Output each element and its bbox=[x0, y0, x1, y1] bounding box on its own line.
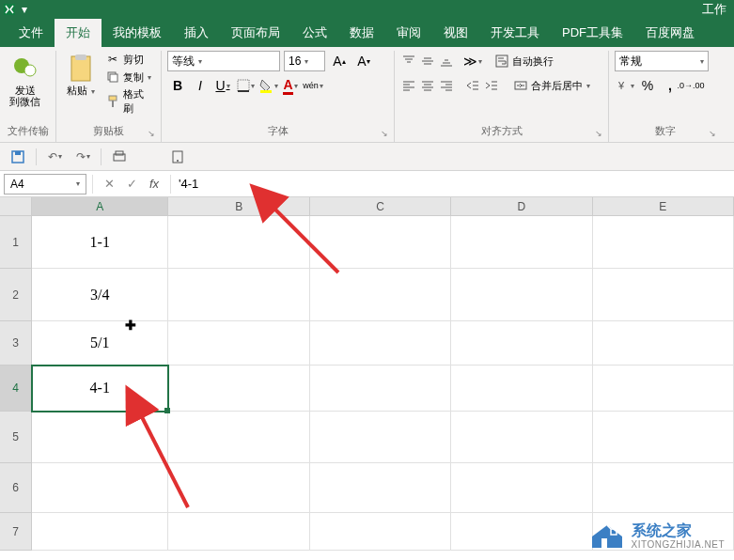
cell-D3[interactable] bbox=[451, 321, 592, 366]
autosave-icon[interactable]: ▾ bbox=[19, 4, 30, 15]
row-header-1[interactable]: 1 bbox=[0, 216, 32, 269]
cell-E4[interactable] bbox=[593, 366, 734, 412]
orientation-button[interactable]: ≫▾ bbox=[464, 51, 481, 71]
tab-file[interactable]: 文件 bbox=[8, 19, 55, 47]
cell-B7[interactable] bbox=[168, 513, 309, 551]
increase-indent-button[interactable] bbox=[483, 75, 500, 96]
cell-B6[interactable] bbox=[168, 463, 309, 513]
cell-B5[interactable] bbox=[168, 412, 309, 463]
cell-A6[interactable] bbox=[32, 463, 168, 513]
align-left-button[interactable] bbox=[400, 75, 417, 96]
accounting-format-button[interactable]: ¥▾ bbox=[615, 75, 635, 96]
align-center-button[interactable] bbox=[419, 75, 436, 96]
phonetic-button[interactable]: wén▾ bbox=[303, 75, 323, 96]
cell-C3[interactable] bbox=[310, 321, 451, 366]
paste-button[interactable]: 粘贴 ▾ bbox=[62, 51, 100, 99]
cancel-formula-button[interactable]: ✕ bbox=[99, 174, 119, 194]
cell-C4[interactable] bbox=[310, 366, 451, 412]
number-dialog-launcher[interactable]: ↘ bbox=[709, 129, 716, 138]
cell-B4[interactable] bbox=[168, 366, 309, 412]
cell-C1[interactable] bbox=[310, 216, 451, 269]
send-to-wechat-button[interactable]: 发送 到微信 bbox=[6, 51, 44, 109]
cell-C7[interactable] bbox=[310, 513, 451, 551]
align-top-button[interactable] bbox=[400, 51, 417, 71]
tab-data[interactable]: 数据 bbox=[338, 19, 385, 47]
tab-pdf-tools[interactable]: PDF工具集 bbox=[551, 19, 634, 47]
cell-C5[interactable] bbox=[310, 412, 451, 463]
format-painter-button[interactable]: 格式刷 bbox=[103, 86, 155, 117]
align-bottom-button[interactable] bbox=[438, 51, 455, 71]
italic-button[interactable]: I bbox=[190, 75, 211, 96]
accept-formula-button[interactable]: ✓ bbox=[121, 174, 142, 194]
row-header-2[interactable]: 2 bbox=[0, 269, 32, 321]
decrease-indent-button[interactable] bbox=[464, 75, 481, 96]
col-header-A[interactable]: A bbox=[32, 197, 168, 216]
percent-button[interactable]: % bbox=[637, 75, 658, 96]
row-header-4[interactable]: 4 bbox=[0, 366, 32, 412]
tab-developer[interactable]: 开发工具 bbox=[479, 19, 551, 47]
cell-C2[interactable] bbox=[310, 269, 451, 321]
number-format-combo[interactable]: 常规▾ bbox=[615, 51, 709, 71]
align-right-button[interactable] bbox=[438, 75, 455, 96]
font-dialog-launcher[interactable]: ↘ bbox=[381, 129, 388, 138]
wrap-text-button[interactable]: 自动换行 bbox=[492, 53, 555, 70]
font-name-combo[interactable]: 等线▾ bbox=[167, 51, 280, 71]
tab-page-layout[interactable]: 页面布局 bbox=[220, 19, 291, 47]
cell-C6[interactable] bbox=[310, 463, 451, 513]
cell-A7[interactable] bbox=[32, 513, 168, 551]
tab-review[interactable]: 审阅 bbox=[385, 19, 432, 47]
name-box[interactable]: A4 ▾ bbox=[4, 174, 86, 194]
cell-D6[interactable] bbox=[451, 463, 592, 513]
cell-B3[interactable] bbox=[168, 321, 309, 366]
save-button[interactable] bbox=[8, 147, 28, 167]
font-size-combo[interactable]: 16▾ bbox=[284, 51, 325, 71]
cell-B2[interactable] bbox=[168, 269, 309, 321]
increase-font-button[interactable]: A▴ bbox=[329, 51, 350, 71]
clipboard-dialog-launcher[interactable]: ↘ bbox=[148, 129, 155, 138]
decrease-font-button[interactable]: A▾ bbox=[353, 51, 374, 71]
cell-D1[interactable] bbox=[451, 216, 592, 269]
cell-E5[interactable] bbox=[593, 412, 734, 463]
row-header-7[interactable]: 7 bbox=[0, 513, 32, 551]
cell-A3[interactable]: 5/1 bbox=[32, 321, 168, 366]
touch-mode-button[interactable] bbox=[167, 147, 188, 167]
merge-center-button[interactable]: 合并后居中 ▾ bbox=[511, 77, 592, 94]
insert-function-button[interactable]: fx bbox=[144, 174, 164, 194]
tab-formulas[interactable]: 公式 bbox=[291, 19, 338, 47]
copy-button[interactable]: 复制 ▾ bbox=[103, 69, 155, 86]
cell-D7[interactable] bbox=[451, 513, 592, 551]
cell-A4[interactable]: 4-1 bbox=[32, 366, 168, 412]
row-header-6[interactable]: 6 bbox=[0, 463, 32, 513]
cell-A1[interactable]: 1-1 bbox=[32, 216, 168, 269]
tab-insert[interactable]: 插入 bbox=[173, 19, 220, 47]
row-header-3[interactable]: 3 bbox=[0, 321, 32, 366]
cell-B1[interactable] bbox=[168, 216, 309, 269]
print-preview-button[interactable] bbox=[109, 147, 130, 167]
select-all-corner[interactable] bbox=[0, 197, 32, 216]
bold-button[interactable]: B bbox=[167, 75, 188, 96]
cell-A5[interactable] bbox=[32, 412, 168, 463]
cell-E3[interactable] bbox=[593, 321, 734, 366]
col-header-D[interactable]: D bbox=[451, 197, 592, 216]
cut-button[interactable]: ✂ 剪切 bbox=[103, 51, 155, 68]
alignment-dialog-launcher[interactable]: ↘ bbox=[595, 129, 602, 138]
cell-E2[interactable] bbox=[593, 269, 734, 321]
cell-D5[interactable] bbox=[451, 412, 592, 463]
tab-baidu[interactable]: 百度网盘 bbox=[634, 19, 706, 47]
formula-input[interactable]: '4-1 bbox=[173, 177, 734, 191]
cell-D4[interactable] bbox=[451, 366, 592, 412]
col-header-E[interactable]: E bbox=[593, 197, 734, 216]
fill-color-button[interactable]: ▾ bbox=[258, 75, 278, 96]
cell-A2[interactable]: 3/4 bbox=[32, 269, 168, 321]
redo-button[interactable]: ↷▾ bbox=[72, 147, 93, 167]
row-header-5[interactable]: 5 bbox=[0, 412, 32, 463]
tab-home[interactable]: 开始 bbox=[55, 19, 102, 47]
cell-E6[interactable] bbox=[593, 463, 734, 513]
underline-button[interactable]: U▾ bbox=[212, 75, 233, 96]
cell-D2[interactable] bbox=[451, 269, 592, 321]
increase-decimal-button[interactable]: .0→.00 bbox=[682, 75, 699, 96]
cell-E1[interactable] bbox=[593, 216, 734, 269]
spreadsheet-grid[interactable]: ABCDE 1234567 1-13/45/14-1 ✚ bbox=[0, 197, 734, 560]
border-button[interactable]: ▾ bbox=[235, 75, 256, 96]
undo-button[interactable]: ↶▾ bbox=[44, 147, 65, 167]
